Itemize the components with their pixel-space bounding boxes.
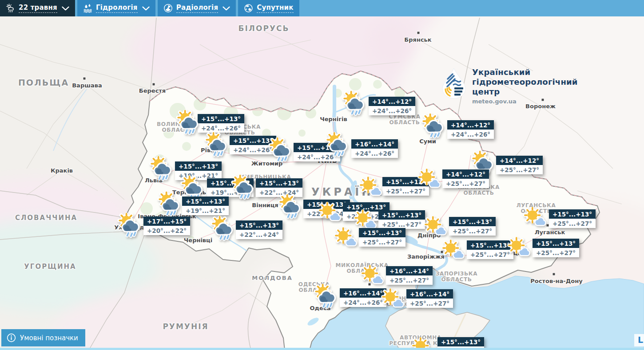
temp-range-secondary: +25°...+27°: [449, 226, 496, 236]
temp-range-primary: +15°...+13°: [533, 239, 579, 248]
temp-range-primary: +15°...+13°: [198, 114, 244, 123]
temp-range-secondary: +25°...+27°: [359, 237, 405, 247]
temp-range-secondary: +25°...+27°: [406, 299, 453, 308]
sun-rain-icon: [148, 155, 174, 181]
temp-range-primary: +16°...+14°: [386, 266, 433, 275]
tab-satellite[interactable]: Супутник: [238, 0, 299, 16]
temp-range-primary: +14°...+12°: [369, 97, 415, 106]
temp-range-secondary: +25°...+27°: [549, 219, 596, 228]
temperature-badge: +14°...+12° +24°...+26°: [447, 120, 494, 139]
tab-radiology[interactable]: Радіологія: [158, 0, 236, 16]
sun-cloud-icon: [522, 206, 546, 230]
sun-cloud-icon: [423, 215, 447, 239]
temperature-badge: +15°...+13° +19°...+21°: [182, 197, 229, 215]
temperature-badge: +15°...+13° +25°...+27°: [359, 228, 405, 247]
temp-range-secondary: +20°...+22°: [143, 226, 190, 235]
temp-range-secondary: +25°...+27°: [378, 220, 425, 229]
temp-range-primary: +16°...+14°: [351, 139, 398, 149]
temp-range-secondary: +25°...+27°: [533, 248, 579, 257]
temp-range-secondary: +19°...+21°: [182, 206, 229, 215]
temp-range-secondary: +22°...+24°: [236, 230, 282, 239]
temperature-badge: +14°...+12° +25°...+27°: [496, 156, 543, 174]
tab-label: Гідрологія: [96, 4, 138, 13]
temperature-badge: +15°...+13° +25°...+27°: [449, 217, 496, 236]
temperature-badge: +17°...+15° +20°...+22°: [143, 216, 190, 235]
toolbar: 22 травняГідрологіяРадіологіяСупутник: [0, 0, 644, 16]
tab-label: Радіологія: [176, 4, 219, 13]
sun-rain-icon: [267, 137, 293, 162]
chevron-down-icon: [223, 6, 230, 11]
temperature-badge: +16°...+14° +24°...+26°: [351, 139, 398, 158]
temp-range-primary: +15°...+13°: [437, 337, 484, 346]
temperature-badge: +16°...+14° +25°...+27°: [386, 266, 433, 285]
temp-range-secondary: +25°...+27°: [442, 179, 489, 188]
weather-stations-layer: +15°...+13° +24°...+26° +14°...+12° +24°…: [0, 0, 644, 350]
temperature-badge: +14°...+12° +24°...+26°: [369, 97, 415, 115]
weather-icon: [6, 4, 15, 13]
temp-range-secondary: +24°...+26°: [351, 149, 398, 158]
sun-rain-icon: [116, 212, 142, 238]
tab-date-selector[interactable]: 22 травня: [0, 0, 75, 16]
info-icon: [7, 333, 16, 342]
sun-cloud-icon: [506, 236, 530, 260]
chevron-down-icon: [62, 6, 69, 11]
hydrology-icon: [83, 4, 92, 13]
sun-cloud-icon: [358, 176, 382, 200]
sun-rain-icon: [420, 113, 446, 138]
legend-button[interactable]: Умовні позначки: [1, 329, 85, 346]
sun-rain-icon: [341, 90, 367, 116]
radiology-icon: [163, 4, 173, 13]
sun-cloud-icon: [360, 264, 384, 288]
sun-cloud-icon: [417, 168, 441, 192]
chevron-down-icon: [142, 6, 150, 11]
sun-cloud-icon: [380, 287, 404, 311]
sun-rain-icon: [277, 193, 303, 219]
tab-label: 22 травня: [19, 4, 57, 13]
weather-map-app: БІЛОРУСЬПОЛЬЩАСЛОВАЧЧИНАУГОРЩИНАРУМУНІЯМ…: [0, 0, 644, 350]
temp-range-secondary: +24°...+26°: [369, 106, 415, 115]
sun-rain-icon: [156, 191, 182, 216]
temperature-badge: +16°...+14° +24°...+26°: [340, 288, 386, 307]
sun-cloud-icon: [333, 226, 357, 250]
temp-range-primary: +14°...+12°: [447, 120, 494, 130]
map-attribution[interactable]: L: [634, 334, 644, 346]
temp-range-primary: +15°...+13°: [359, 228, 405, 237]
temp-range-primary: +15°...+13°: [256, 178, 302, 188]
temp-range-primary: +16°...+14°: [406, 289, 453, 299]
temp-range-primary: +14°...+12°: [442, 169, 489, 179]
temperature-badge: +16°...+14° +25°...+27°: [406, 289, 453, 308]
temp-range-primary: +15°...+13°: [549, 209, 596, 219]
temp-range-primary: +15°...+13°: [378, 210, 425, 220]
bottom-strip: [0, 348, 644, 350]
temp-range-primary: +15°...+13°: [182, 197, 229, 206]
temperature-badge: +14°...+12° +25°...+27°: [442, 169, 489, 188]
temp-range-secondary: +25°...+27°: [386, 275, 433, 285]
temp-range-secondary: +24°...+26°: [447, 130, 494, 139]
temp-range-primary: +16°...+14°: [340, 288, 386, 298]
temp-range-primary: +15°...+13°: [236, 220, 282, 230]
sun-rain-icon: [175, 109, 201, 135]
satellite-icon: [244, 4, 253, 13]
sun-rain-icon: [203, 131, 229, 157]
tab-label: Супутник: [257, 4, 293, 13]
temp-range-primary: +15°...+13°: [449, 217, 496, 226]
temp-range-secondary: +24°...+26°: [340, 298, 386, 307]
legend-button-label: Умовні позначки: [20, 334, 78, 342]
temperature-badge: +15°...+13° +24°...+26°: [198, 114, 244, 133]
temperature-badge: +15°...+13° +22°...+24°: [236, 220, 282, 239]
tab-hydrology[interactable]: Гідрологія: [77, 0, 155, 16]
temp-range-primary: +15°...+13°: [175, 161, 222, 171]
sun-rain-icon: [210, 215, 235, 241]
temp-range-primary: +17°...+15°: [143, 216, 190, 226]
temperature-badge: +15°...+13° +25°...+27°: [549, 209, 596, 228]
sun-rain-icon: [230, 174, 256, 200]
temperature-badge: +15°...+13° +25°...+27°: [378, 210, 425, 229]
sun-cloud-icon: [317, 201, 341, 225]
sun-rain-icon: [313, 283, 338, 309]
sun-rain-icon: [324, 131, 350, 157]
sun-cloud-icon: [441, 239, 465, 263]
temp-range-secondary: +25°...+27°: [496, 165, 543, 174]
temperature-badge: +15°...+13° +25°...+27°: [533, 239, 579, 257]
temp-range-primary: +14°...+12°: [496, 156, 543, 165]
